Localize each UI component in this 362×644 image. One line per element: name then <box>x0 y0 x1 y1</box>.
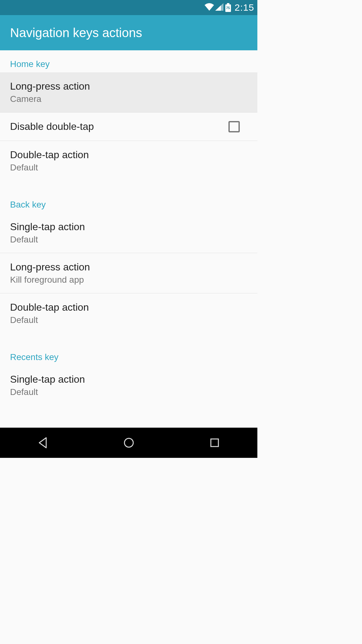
nav-back-button[interactable] <box>36 435 51 450</box>
home-disable-doubletap-title: Disable double-tap <box>10 121 94 132</box>
settings-list: Home key Long-press action Camera Disabl… <box>0 50 257 405</box>
status-bar: 75 2:15 <box>0 0 257 15</box>
back-longpress-row[interactable]: Long-press action Kill foreground app <box>0 253 257 293</box>
back-singletap-value: Default <box>10 235 85 245</box>
home-longpress-row[interactable]: Long-press action Camera <box>0 72 257 113</box>
back-singletap-row[interactable]: Single-tap action Default <box>0 213 257 253</box>
back-doubletap-title: Double-tap action <box>10 302 89 313</box>
cell-icon <box>215 3 223 12</box>
home-doubletap-value: Default <box>10 163 89 173</box>
home-doubletap-title: Double-tap action <box>10 149 89 161</box>
page-title: Navigation keys actions <box>10 26 142 40</box>
nav-recents-button[interactable] <box>207 435 222 450</box>
back-doubletap-value: Default <box>10 315 89 325</box>
battery-icon: 75 <box>225 3 232 12</box>
app-bar: Navigation keys actions <box>0 15 257 50</box>
home-doubletap-row[interactable]: Double-tap action Default <box>0 141 257 181</box>
battery-level: 75 <box>225 6 232 10</box>
back-singletap-title: Single-tap action <box>10 221 85 233</box>
recents-singletap-title: Single-tap action <box>10 374 85 385</box>
recents-singletap-value: Default <box>10 387 85 397</box>
home-longpress-value: Camera <box>10 94 90 104</box>
section-header-back: Back key <box>0 191 257 213</box>
wifi-icon <box>205 3 214 12</box>
home-disable-doubletap-checkbox[interactable] <box>228 121 240 132</box>
back-doubletap-row[interactable]: Double-tap action Default <box>0 293 257 333</box>
home-longpress-title: Long-press action <box>10 80 90 92</box>
status-icons: 75 2:15 <box>205 2 254 13</box>
section-header-home: Home key <box>0 50 257 72</box>
section-header-recents: Recents key <box>0 343 257 365</box>
status-time: 2:15 <box>235 2 254 13</box>
home-disable-doubletap-row[interactable]: Disable double-tap <box>0 113 257 141</box>
svg-rect-1 <box>227 3 229 4</box>
nav-home-button[interactable] <box>121 435 136 450</box>
svg-point-2 <box>124 438 133 447</box>
nav-bar <box>0 428 257 458</box>
back-longpress-value: Kill foreground app <box>10 275 90 285</box>
svg-rect-3 <box>211 439 218 447</box>
recents-singletap-row[interactable]: Single-tap action Default <box>0 365 257 405</box>
back-longpress-title: Long-press action <box>10 261 90 273</box>
